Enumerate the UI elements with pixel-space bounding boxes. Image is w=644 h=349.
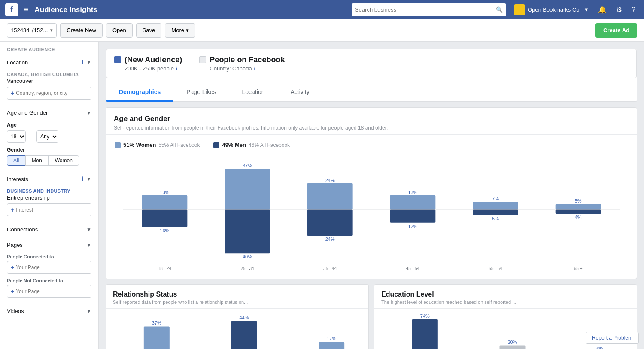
men-legend-label: 49% Men [222, 142, 246, 148]
sidebar: CREATE AUDIENCE Location ℹ ▼ CANADA, BRI… [0, 42, 99, 349]
audience-name-block: (New Audience) 200K - 250K people ℹ [114, 55, 182, 72]
age-row: 182125 — Any2434 [7, 130, 91, 143]
svg-text:18 - 24: 18 - 24 [158, 266, 172, 271]
svg-text:37%: 37% [152, 320, 161, 325]
main-content: (New Audience) 200K - 250K people ℹ Peop… [99, 42, 644, 349]
svg-rect-20 [473, 202, 518, 209]
svg-text:24%: 24% [325, 178, 335, 183]
interests-expand-icon: ▼ [86, 176, 91, 182]
svg-rect-2 [142, 209, 187, 227]
create-new-button[interactable]: Create New [60, 23, 103, 38]
help-icon[interactable]: ? [628, 4, 639, 15]
age-gender-filter-content: Age 182125 — Any2434 Gender All Men Wome… [0, 120, 98, 171]
tab-page-likes[interactable]: Page Likes [173, 83, 229, 102]
create-ad-button[interactable]: Create Ad [595, 23, 637, 38]
videos-filter-header[interactable]: Videos ▼ [0, 303, 98, 319]
save-button[interactable]: Save [136, 23, 162, 38]
pages-connected-input-wrap[interactable]: + [7, 261, 91, 274]
pages-not-connected-input[interactable] [16, 288, 88, 294]
interests-filter-icons: ℹ ▼ [82, 176, 91, 182]
tab-activity[interactable]: Activity [277, 83, 322, 102]
svg-text:37%: 37% [243, 163, 252, 168]
age-gender-expand-icon: ▼ [86, 110, 91, 116]
report-problem-button[interactable]: Report a Problem [586, 332, 639, 344]
search-bar[interactable]: 🔍 [352, 3, 506, 16]
connections-filter-title: Connections [7, 226, 38, 233]
chart-legend: 51% Women 55% All Facebook 49% Men 46% A… [115, 142, 628, 148]
settings-icon[interactable]: ⚙ [613, 4, 626, 15]
relationship-panel-header: Relationship Status Self-reported data f… [106, 285, 368, 309]
location-input[interactable] [16, 90, 88, 96]
svg-text:55 - 64: 55 - 64 [489, 266, 502, 271]
interests-filter-title: Interests [7, 176, 28, 182]
open-button[interactable]: Open [106, 23, 133, 38]
svg-text:6%: 6% [596, 346, 603, 349]
men-legend-sub: 46% All Facebook [249, 142, 290, 148]
tab-location[interactable]: Location [229, 83, 278, 102]
gender-all-button[interactable]: All [7, 155, 25, 166]
connections-filter-header[interactable]: Connections ▼ [0, 222, 98, 237]
gender-label: Gender [7, 147, 91, 153]
age-gender-filter-header[interactable]: Age and Gender ▼ [0, 105, 98, 120]
notifications-icon[interactable]: 🔔 [595, 4, 610, 15]
svg-rect-37 [319, 342, 344, 349]
svg-text:35 - 44: 35 - 44 [323, 266, 337, 271]
tab-demographics[interactable]: Demographics [106, 83, 173, 102]
audience-header: (New Audience) 200K - 250K people ℹ Peop… [106, 49, 637, 78]
svg-text:74%: 74% [420, 313, 430, 319]
location-info-icon: ℹ [82, 59, 84, 66]
pages-connected-input[interactable] [16, 264, 88, 270]
interest-input[interactable] [16, 207, 88, 213]
account-logo [514, 4, 525, 15]
svg-rect-40 [412, 319, 438, 349]
hamburger-menu[interactable]: ≡ [22, 3, 30, 16]
location-filter: Location ℹ ▼ CANADA, BRITISH COLUMBIA Va… [0, 55, 98, 105]
toolbar: 152434 (152... ▾ Create New Open Save Mo… [0, 19, 644, 42]
svg-rect-12 [307, 209, 353, 236]
svg-rect-15 [390, 195, 435, 209]
svg-rect-31 [144, 326, 170, 349]
audience-selector[interactable]: 152434 (152... ▾ [7, 23, 57, 38]
svg-text:45 - 54: 45 - 54 [406, 266, 420, 271]
men-legend-box [213, 142, 219, 148]
relationship-panel: Relationship Status Self-reported data f… [106, 284, 369, 349]
more-chevron-icon: ▾ [186, 27, 189, 33]
age-gender-chart-container: 13%16%18 - 2437%40%25 - 3424%24%35 - 441… [115, 152, 628, 272]
interests-info-icon: ℹ [82, 176, 84, 182]
location-input-wrap[interactable]: + [7, 87, 91, 100]
gender-women-button[interactable]: Women [49, 155, 79, 166]
pages-not-connected-input-wrap[interactable]: + [7, 285, 91, 298]
svg-text:13%: 13% [160, 190, 169, 195]
audience-info-icon: ℹ [176, 66, 178, 72]
gender-men-button[interactable]: Men [25, 155, 48, 166]
interests-filter-header[interactable]: Interests ℹ ▼ [0, 171, 98, 187]
pages-not-connected-add-icon: + [11, 288, 14, 295]
audience-title: (New Audience) [125, 55, 182, 64]
pages-filter-content: People Connected to + People Not Connect… [0, 252, 98, 303]
svg-text:40%: 40% [243, 254, 252, 259]
gender-buttons: All Men Women [7, 155, 91, 166]
account-switcher[interactable]: Open Bookmarks Co. ▼ [514, 4, 589, 15]
videos-filter: Videos ▼ [0, 303, 98, 319]
age-from-select[interactable]: 182125 [7, 130, 26, 143]
people-color-box [199, 56, 206, 63]
relationship-chart-area: 37%Single44%Married17%Other [106, 309, 368, 349]
more-button[interactable]: More ▾ [165, 23, 195, 38]
search-input[interactable] [355, 6, 494, 13]
interest-input-wrap[interactable]: + [7, 203, 91, 216]
age-gender-svg: 13%16%18 - 2437%40%25 - 3424%24%35 - 441… [115, 152, 628, 272]
connections-filter: Connections ▼ [0, 222, 98, 237]
pages-filter-header[interactable]: Pages ▼ [0, 237, 98, 252]
search-icon: 🔍 [496, 6, 503, 13]
main-layout: CREATE AUDIENCE Location ℹ ▼ CANADA, BRI… [0, 42, 644, 349]
audience-header-panel: (New Audience) 200K - 250K people ℹ Peop… [106, 49, 637, 102]
pages-not-connected-label: People Not Connected to [7, 278, 91, 283]
svg-text:24%: 24% [325, 237, 335, 242]
interests-filter: Interests ℹ ▼ BUSINESS AND INDUSTRY Entr… [0, 171, 98, 222]
location-filter-header[interactable]: Location ℹ ▼ [0, 55, 98, 70]
age-to-select[interactable]: Any2434 [36, 130, 58, 143]
age-gender-chart-area: 51% Women 55% All Facebook 49% Men 46% A… [106, 135, 637, 279]
svg-text:44%: 44% [239, 315, 249, 320]
nav-right: Open Bookmarks Co. ▼ 🔔 ⚙ ? [514, 4, 639, 15]
audience-color-box [114, 56, 121, 63]
